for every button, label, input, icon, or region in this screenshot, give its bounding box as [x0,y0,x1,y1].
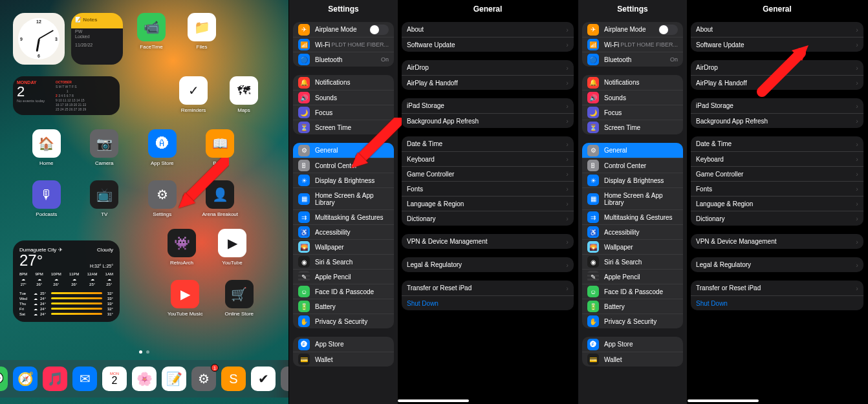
general-row-transfer-or-reset-ipad[interactable]: Transfer or Reset iPad› [402,281,574,295]
general-row-dictionary[interactable]: Dictionary› [402,211,574,226]
settings-row-sounds[interactable]: 🔊Sounds [582,90,683,105]
settings-row-screen-time[interactable]: ⏳Screen Time [582,120,683,134]
settings-row-bluetooth[interactable]: 🔵BluetoothOn [293,52,394,67]
app-tv[interactable]: 📺TV [81,180,128,217]
app-apps[interactable]: ⊞ [281,367,289,391]
app-online-store[interactable]: 🛒Online Store [225,280,254,317]
app-arena-breakout[interactable]: 👤Arena Breakout [197,180,244,217]
settings-row-battery[interactable]: 🔋Battery [293,299,394,314]
settings-row-privacy-security[interactable]: ✋Privacy & Security [582,314,683,328]
settings-row-control-center[interactable]: 🎚Control Center [582,158,683,173]
app-settings[interactable]: ⚙Settings [139,180,186,217]
home-indicator[interactable] [688,399,759,402]
general-row-background-app-refresh[interactable]: Background App Refresh› [402,113,574,128]
app-podcasts[interactable]: 🎙Podcasts [23,180,70,217]
general-row-fonts[interactable]: Fonts› [691,181,863,196]
app-shopee[interactable]: S [221,367,246,391]
settings-row-wallpaper[interactable]: 🌄Wallpaper [293,239,394,254]
app-maps[interactable]: 🗺Maps [230,76,258,115]
settings-row-apple-pencil[interactable]: ✎Apple Pencil [293,269,394,284]
toggle[interactable] [658,25,678,35]
app-reminders[interactable]: ✓Reminders [179,76,208,115]
general-row-keyboard[interactable]: Keyboard› [691,151,863,166]
settings-row-notifications[interactable]: 🔔Notifications [582,75,683,90]
settings-row-wallpaper[interactable]: 🌄Wallpaper [582,239,683,254]
general-row-dictionary[interactable]: Dictionary› [691,211,863,226]
app-facetime[interactable]: 📹FaceTime [137,13,166,65]
general-row-language-region[interactable]: Language & Region› [691,196,863,211]
app-calendar[interactable]: MON2 [102,367,127,391]
settings-row-multitasking-gestures[interactable]: ⇉Multitasking & Gestures [582,209,683,224]
settings-row-accessibility[interactable]: ♿Accessibility [582,224,683,239]
general-row-fonts[interactable]: Fonts› [402,181,574,196]
app-files[interactable]: 📁Files [188,13,216,65]
settings-row-general[interactable]: ⚙General [293,143,394,158]
settings-row-airplane-mode[interactable]: ✈Airplane Mode [582,22,683,37]
app-nike[interactable]: ✔ [251,367,276,391]
clock-widget[interactable]: 12369 [13,13,65,65]
settings-row-home-screen-app-library[interactable]: ▦Home Screen & App Library [293,187,394,209]
general-row-software-update[interactable]: Software Update› [402,37,574,52]
home-indicator[interactable] [398,399,469,402]
settings-row-screen-time[interactable]: ⏳Screen Time [293,120,394,134]
settings-row-focus[interactable]: 🌙Focus [582,105,683,120]
settings-row-airplane-mode[interactable]: ✈Airplane Mode [293,22,394,37]
general-row-game-controller[interactable]: Game Controller› [402,166,574,181]
app-mail[interactable]: ✉ [72,367,97,391]
general-row-airdrop[interactable]: AirDrop› [402,60,574,75]
settings-row-wallet[interactable]: 💳Wallet [582,352,683,367]
settings-row-siri-search[interactable]: ◉Siri & Search [582,254,683,269]
general-row-date-time[interactable]: Date & Time› [691,136,863,151]
app-retroarch[interactable]: 👾RetroArch [168,229,196,266]
settings-row-focus[interactable]: 🌙Focus [293,105,394,120]
app-youtube[interactable]: ▶YouTube [218,229,246,266]
general-row-about[interactable]: About› [691,22,863,37]
app-youtube-music[interactable]: ▶YouTube Music [168,280,203,317]
app-messages[interactable]: 💬 [0,367,8,391]
settings-row-bluetooth[interactable]: 🔵BluetoothOn [582,52,683,67]
general-row-transfer-or-reset-ipad[interactable]: Transfer or Reset iPad› [691,281,863,295]
settings-row-battery[interactable]: 🔋Battery [582,299,683,314]
general-row-shut-down[interactable]: Shut Down [691,295,863,310]
general-row-language-region[interactable]: Language & Region› [402,196,574,211]
settings-row-face-id-passcode[interactable]: ☺Face ID & Passcode [582,284,683,299]
general-row-ipad-storage[interactable]: iPad Storage› [691,98,863,113]
app-notes[interactable]: 📝 [162,367,186,391]
general-row-software-update[interactable]: Software Update› [691,37,863,52]
general-row-date-time[interactable]: Date & Time› [402,136,574,151]
general-row-legal-regulatory[interactable]: Legal & Regulatory› [402,257,574,272]
weather-widget[interactable]: Dumaguete City ✈ Cloudy 27° H:32° L:25° … [13,240,120,322]
general-row-airplay-handoff[interactable]: AirPlay & Handoff› [402,75,574,90]
settings-row-wi-fi[interactable]: 📶Wi-FiPLDT HOME FIBER... [582,37,683,52]
settings-row-app-store[interactable]: 🅐App Store [293,337,394,352]
settings-row-home-screen-app-library[interactable]: ▦Home Screen & App Library [582,187,683,209]
general-row-shut-down[interactable]: Shut Down [402,295,574,310]
app-settings[interactable]: ⚙1 [191,367,216,391]
settings-row-apple-pencil[interactable]: ✎Apple Pencil [582,269,683,284]
app-books[interactable]: 📖Books [197,129,244,166]
general-row-about[interactable]: About› [402,22,574,37]
settings-row-control-center[interactable]: 🎚Control Center [293,158,394,173]
app-camera[interactable]: 📷Camera [81,129,128,166]
app-app-store[interactable]: 🅐App Store [139,129,186,166]
general-row-airplay-handoff[interactable]: AirPlay & Handoff› [691,75,863,90]
general-row-legal-regulatory[interactable]: Legal & Regulatory› [691,257,863,272]
general-row-game-controller[interactable]: Game Controller› [691,166,863,181]
toggle[interactable] [369,25,389,35]
settings-row-face-id-passcode[interactable]: ☺Face ID & Passcode [293,284,394,299]
general-row-ipad-storage[interactable]: iPad Storage› [402,98,574,113]
settings-row-wi-fi[interactable]: 📶Wi-FiPLDT HOME FIBER... [293,37,394,52]
app-photos[interactable]: 🌸 [132,367,157,391]
settings-row-privacy-security[interactable]: ✋Privacy & Security [293,314,394,328]
settings-row-siri-search[interactable]: ◉Siri & Search [293,254,394,269]
settings-row-notifications[interactable]: 🔔Notifications [293,75,394,90]
app-home[interactable]: 🏠Home [23,129,70,166]
settings-row-app-store[interactable]: 🅐App Store [582,337,683,352]
settings-row-multitasking-gestures[interactable]: ⇉Multitasking & Gestures [293,209,394,224]
general-row-vpn-device-management[interactable]: VPN & Device Management› [691,234,863,249]
general-row-keyboard[interactable]: Keyboard› [402,151,574,166]
calendar-widget[interactable]: MONDAY 2 No events today OCTOBER S M T W… [13,76,120,115]
settings-row-display-brightness[interactable]: ☀Display & Brightness [582,173,683,187]
notes-widget[interactable]: 📝 Notes PW Locked 11/20/22 [71,13,123,65]
settings-row-sounds[interactable]: 🔊Sounds [293,90,394,105]
